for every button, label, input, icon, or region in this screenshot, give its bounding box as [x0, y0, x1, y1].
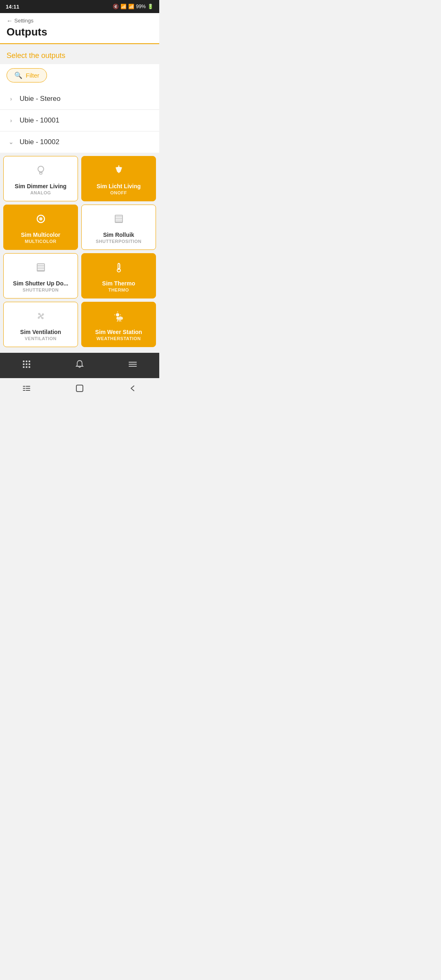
back-arrow-icon: ←	[7, 17, 13, 24]
grid-container: Sim Dimmer Living ANALOG Sim Licht Livin…	[3, 156, 156, 347]
card-name: Sim Licht Living	[96, 183, 140, 189]
bottom-nav	[0, 353, 159, 378]
header: ← Settings Outputs	[0, 13, 159, 44]
back-label: Settings	[14, 18, 33, 24]
circle-ring-icon	[34, 212, 47, 228]
svg-rect-34	[23, 366, 24, 368]
svg-rect-35	[26, 366, 27, 368]
mute-icon: 🔇	[113, 4, 119, 9]
bulb-icon	[34, 164, 47, 180]
wifi-icon: 📶	[120, 4, 127, 9]
battery-icon: 🔋	[147, 4, 154, 9]
shutter-updn-icon	[34, 261, 47, 277]
svg-point-5	[39, 217, 42, 220]
search-icon: 🔍	[14, 71, 22, 79]
back-button[interactable]: ← Settings	[7, 17, 153, 24]
home-button[interactable]	[67, 382, 92, 396]
signal-icon: 📶	[128, 4, 134, 9]
svg-rect-33	[29, 363, 30, 365]
filter-label: Filter	[26, 72, 39, 79]
outputs-grid: Sim Dimmer Living ANALOG Sim Licht Livin…	[0, 154, 159, 350]
card-sim-shutter-updn[interactable]: Sim Shutter Up Do... SHUTTERUPDN	[3, 253, 78, 298]
svg-rect-31	[23, 363, 24, 365]
card-sim-weer-station[interactable]: Sim Weer Station WEATHERSTATION	[81, 302, 156, 347]
chevron-right-icon: ›	[7, 117, 15, 124]
list-item-label: Ubie - Stereo	[20, 95, 60, 103]
list-item-ubie-10001[interactable]: › Ubie - 10001	[0, 110, 159, 131]
svg-rect-46	[76, 385, 83, 392]
svg-point-3	[118, 172, 120, 173]
card-type: ANALOG	[30, 190, 51, 195]
page-title: Outputs	[7, 26, 153, 38]
card-sim-ventilation[interactable]: Sim Ventilation VENTILATION	[3, 302, 78, 347]
svg-rect-30	[29, 361, 30, 362]
grid-nav-button[interactable]	[13, 358, 40, 373]
card-type: SHUTTERPOSITION	[96, 239, 141, 244]
card-name: Sim Dimmer Living	[15, 183, 67, 189]
card-sim-rolluik[interactable]: Sim Rolluik SHUTTERPOSITION	[81, 205, 156, 250]
weather-icon	[112, 310, 125, 325]
battery-text: 99%	[136, 4, 146, 9]
status-icons: 🔇 📶 📶 99% 🔋	[113, 4, 154, 9]
card-sim-multicolor[interactable]: Sim Multicolor MULTICOLOR	[3, 205, 78, 250]
svg-point-0	[38, 166, 44, 172]
list-item-label: Ubie - 10002	[20, 138, 59, 146]
card-name: Sim Ventilation	[20, 329, 61, 335]
card-name: Sim Shutter Up Do...	[13, 280, 68, 287]
card-type: ONOFF	[110, 190, 127, 195]
svg-rect-36	[29, 366, 30, 368]
status-bar: 14:11 🔇 📶 📶 99% 🔋	[0, 0, 159, 13]
chevron-right-icon: ›	[7, 96, 15, 102]
back-system-button[interactable]	[120, 382, 145, 396]
list-item-ubie-stereo[interactable]: › Ubie - Stereo	[0, 88, 159, 110]
thermometer-icon	[112, 261, 125, 277]
card-sim-thermo[interactable]: Sim Thermo THERMO	[81, 253, 156, 298]
card-name: Sim Rolluik	[103, 232, 134, 238]
card-type: SHUTTERUPDN	[22, 287, 59, 292]
card-name: Sim Weer Station	[95, 329, 142, 335]
svg-rect-28	[23, 361, 24, 362]
filter-bar: 🔍 Filter	[0, 64, 159, 88]
card-type: WEATHERSTATION	[96, 336, 140, 341]
card-sim-licht-living[interactable]: Sim Licht Living ONOFF	[81, 156, 156, 201]
recent-apps-button[interactable]	[14, 382, 39, 396]
bell-nav-button[interactable]	[67, 358, 93, 373]
card-sim-dimmer-living[interactable]: Sim Dimmer Living ANALOG	[3, 156, 78, 201]
chevron-down-icon: ⌄	[7, 139, 15, 145]
card-type: MULTICOLOR	[25, 239, 57, 244]
svg-point-23	[116, 313, 119, 316]
svg-rect-16	[118, 263, 120, 269]
card-type: THERMO	[108, 287, 129, 292]
menu-nav-button[interactable]	[120, 358, 146, 373]
filter-input[interactable]: 🔍 Filter	[7, 68, 47, 82]
card-name: Sim Multicolor	[21, 232, 60, 238]
system-nav	[0, 378, 159, 402]
shutter-icon	[112, 212, 125, 228]
status-time: 14:11	[6, 4, 19, 10]
svg-rect-32	[26, 363, 27, 365]
card-type: VENTILATION	[24, 336, 56, 341]
list-item-ubie-10002[interactable]: ⌄ Ubie - 10002	[0, 131, 159, 153]
svg-point-22	[40, 315, 42, 317]
svg-rect-29	[26, 361, 27, 362]
card-name: Sim Thermo	[102, 280, 135, 287]
list-item-label: Ubie - 10001	[20, 116, 59, 125]
fan-icon	[34, 310, 47, 325]
device-list: › Ubie - Stereo › Ubie - 10001 ⌄ Ubie - …	[0, 88, 159, 153]
section-subtitle: Select the outputs	[0, 44, 159, 64]
ceiling-lamp-icon	[112, 164, 125, 180]
